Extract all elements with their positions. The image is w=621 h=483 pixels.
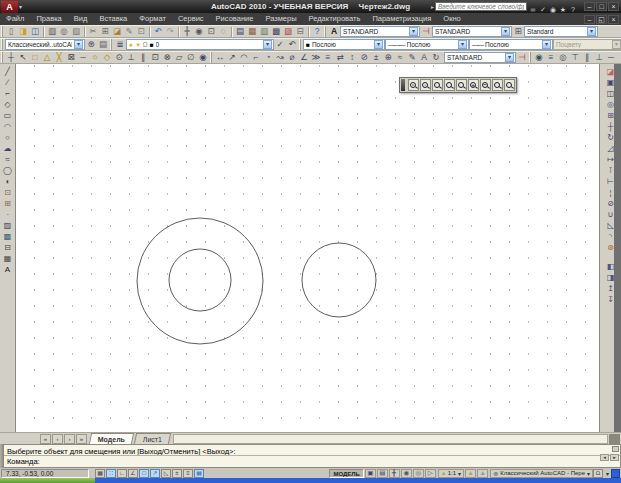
- mirror-icon[interactable]: ◫: [604, 88, 617, 99]
- move-icon[interactable]: ┼: [604, 121, 617, 132]
- tray-arrow-icon[interactable]: ▾: [606, 470, 609, 477]
- application-menu-logo[interactable]: A: [1, 1, 18, 13]
- layer-properties-manager-icon[interactable]: ≣: [114, 39, 126, 51]
- menu-item-3[interactable]: Вставка: [93, 13, 133, 25]
- snap-tangent-icon[interactable]: ⊙: [113, 52, 125, 64]
- bring-to-front-icon[interactable]: ◧: [604, 261, 617, 272]
- zoom-scale-icon[interactable]: [432, 79, 443, 91]
- doc-minimize-icon[interactable]: –: [584, 15, 595, 24]
- constraint-horizontal-icon[interactable]: ─: [605, 52, 617, 64]
- drawing-canvas[interactable]: ▫◦+−: [15, 64, 600, 432]
- publish-icon[interactable]: ▧: [70, 26, 82, 38]
- chevron-down-icon[interactable]: ▾: [587, 27, 596, 36]
- dim-continue-icon[interactable]: ⇄: [334, 52, 346, 64]
- point-icon[interactable]: ∙: [1, 209, 14, 220]
- temporary-track-point-icon[interactable]: ┼: [5, 52, 17, 64]
- snap-extension-icon[interactable]: ┄: [77, 52, 89, 64]
- snap-mode-icon[interactable]: ▦: [95, 469, 105, 478]
- spline-icon[interactable]: ≈: [1, 154, 14, 165]
- dim-linear-icon[interactable]: ↔: [214, 52, 226, 64]
- steering-wheel-icon[interactable]: ◎: [413, 469, 424, 478]
- sheet-set-manager-icon[interactable]: ▩: [270, 26, 282, 38]
- command-prompt-line[interactable]: Команда:: [4, 455, 620, 467]
- object-snap-tracking-icon[interactable]: ↗: [150, 469, 160, 478]
- object-snap-icon[interactable]: □: [139, 469, 149, 478]
- search-icon[interactable]: ∞: [528, 4, 538, 14]
- close-icon[interactable]: ×: [608, 2, 619, 11]
- gradient-icon[interactable]: ▩: [1, 231, 14, 242]
- workspace-settings-icon[interactable]: ⊛: [85, 39, 97, 51]
- zoom-window-icon[interactable]: ▫: [408, 79, 419, 91]
- menu-item-5[interactable]: Сервис: [172, 13, 210, 25]
- annotation-visibility-icon[interactable]: ▲: [465, 469, 476, 478]
- insert-block-icon[interactable]: ⊡: [1, 187, 14, 198]
- chevron-down-icon[interactable]: ▾: [409, 27, 418, 36]
- communication-center-icon[interactable]: ◉: [548, 5, 558, 15]
- erase-icon[interactable]: ◪: [604, 66, 617, 77]
- zoom-extents-icon[interactable]: [504, 79, 515, 91]
- plot-icon[interactable]: ▥: [46, 26, 58, 38]
- send-under-objects-icon[interactable]: ↧: [604, 294, 617, 305]
- menu-item-4[interactable]: Формат: [133, 13, 172, 25]
- ortho-mode-icon[interactable]: ∟: [117, 469, 127, 478]
- maximize-icon[interactable]: □: [596, 2, 607, 11]
- zoom-center-icon[interactable]: [444, 79, 455, 91]
- region-icon[interactable]: ⊟: [1, 242, 14, 253]
- table-style-icon[interactable]: ⊞: [512, 26, 524, 38]
- command-scroll-left-icon[interactable]: ◂: [600, 454, 609, 461]
- chamfer-icon[interactable]: ◺: [604, 220, 617, 231]
- dim-aligned-icon[interactable]: ↗: [226, 52, 238, 64]
- item-icon[interactable]: Модель: [89, 433, 134, 444]
- menu-item-7[interactable]: Размеры: [259, 13, 302, 25]
- dim-text-edit-icon[interactable]: A: [418, 52, 430, 64]
- dim-diameter-icon[interactable]: ⌀: [286, 52, 298, 64]
- snap-intersection-icon[interactable]: ╳: [53, 52, 65, 64]
- constraint-collinear-icon[interactable]: ≡: [545, 52, 557, 64]
- chevron-down-icon[interactable]: ▾: [542, 40, 551, 49]
- new-icon[interactable]: ▯: [5, 26, 17, 38]
- cut-icon[interactable]: ✂: [87, 26, 99, 38]
- polar-tracking-icon[interactable]: ∠: [128, 469, 138, 478]
- drawn-circle[interactable]: [137, 218, 263, 344]
- layer-on-bulb-icon[interactable]: ●: [129, 41, 133, 48]
- tool-palettes-icon[interactable]: ▥: [258, 26, 270, 38]
- chevron-down-icon[interactable]: ▾: [458, 40, 467, 49]
- snap-endpoint-icon[interactable]: □: [29, 52, 41, 64]
- pan-icon[interactable]: ╋: [389, 469, 400, 478]
- last-tab[interactable]: »: [76, 434, 87, 444]
- linetype-combo[interactable]: ——— Послою▾: [385, 39, 469, 50]
- menu-item-9[interactable]: Параметризация: [366, 13, 437, 25]
- zoom-all-icon[interactable]: [492, 79, 503, 91]
- workspace-combo[interactable]: Классический..utoCAD 2007▾: [5, 39, 85, 50]
- dimension-style-combo[interactable]: STANDARD▾: [432, 26, 512, 37]
- save-icon[interactable]: ◫: [29, 26, 41, 38]
- dim-jogged-linear-icon[interactable]: ≈: [394, 52, 406, 64]
- search-history-arrow-icon[interactable]: ▸: [431, 3, 434, 10]
- markup-set-manager-icon[interactable]: ▨: [282, 26, 294, 38]
- infocenter-search-input[interactable]: [435, 2, 527, 11]
- copy-icon[interactable]: ⊞: [99, 26, 111, 38]
- dim-edit-icon[interactable]: ✎: [406, 52, 418, 64]
- scale-icon[interactable]: ◿: [604, 143, 617, 154]
- item-icon[interactable]: Лист1: [134, 433, 171, 444]
- snap-none-icon[interactable]: ∅: [185, 52, 197, 64]
- multiline-text-icon[interactable]: A: [1, 264, 14, 275]
- rotate-icon[interactable]: ↻: [604, 132, 617, 143]
- extend-icon[interactable]: ⊢: [604, 176, 617, 187]
- drawn-circle[interactable]: [302, 243, 376, 317]
- break-at-point-icon[interactable]: ¦: [604, 187, 617, 198]
- polyline-icon[interactable]: ⌐: [1, 88, 14, 99]
- zoom-previous-icon[interactable]: ◌: [217, 26, 229, 38]
- zoom-window-std-icon[interactable]: ⊡: [205, 26, 217, 38]
- constraint-fix-icon[interactable]: ⊤: [569, 52, 581, 64]
- construction-line-icon[interactable]: ∕: [1, 77, 14, 88]
- constraint-parallel-icon[interactable]: ∥: [581, 52, 593, 64]
- dim-ordinate-icon[interactable]: ⌐: [250, 52, 262, 64]
- help-icon[interactable]: ?: [568, 4, 578, 14]
- trim-icon[interactable]: ⊺: [604, 165, 617, 176]
- layer-combo[interactable]: ● ☀ Ω ■ 0 ▾: [126, 39, 274, 50]
- zoom-out-icon[interactable]: −: [480, 79, 491, 91]
- make-object-layer-current-icon[interactable]: ✓: [274, 39, 286, 51]
- snap-center-icon[interactable]: ○: [89, 52, 101, 64]
- snap-perpendicular-icon[interactable]: ⊥: [125, 52, 137, 64]
